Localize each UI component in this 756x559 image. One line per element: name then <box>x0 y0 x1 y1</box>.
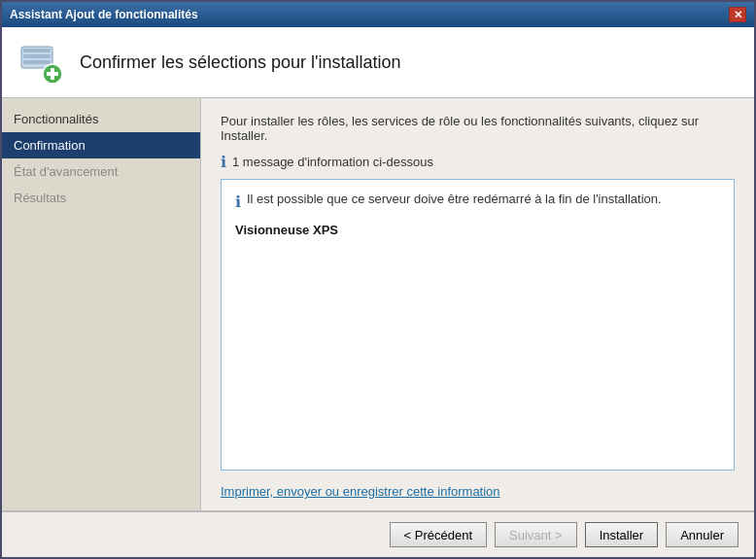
install-button[interactable]: Installer <box>585 522 659 547</box>
detail-box: ℹ Il est possible que ce serveur doive ê… <box>221 179 735 471</box>
svg-rect-6 <box>47 72 58 76</box>
footer-area: < Précédent Suivant > Installer Annuler <box>2 510 754 557</box>
main-window: Assistant Ajout de fonctionnalités ✕ Con… <box>0 0 756 559</box>
feature-name: Visionneuse XPS <box>235 223 720 237</box>
svg-rect-2 <box>23 54 51 58</box>
detail-warning: ℹ Il est possible que ce serveur doive ê… <box>235 192 720 211</box>
instruction-text: Pour installer les rôles, les services d… <box>221 114 735 143</box>
sidebar: Fonctionnalités Confirmation État d'avan… <box>2 98 201 510</box>
svg-rect-3 <box>23 60 51 64</box>
window-title: Assistant Ajout de fonctionnalités <box>10 8 198 21</box>
close-button[interactable]: ✕ <box>729 7 746 22</box>
print-link[interactable]: Imprimer, envoyer ou enregistrer cette i… <box>221 484 735 499</box>
warning-icon: ℹ <box>235 192 241 211</box>
prev-button[interactable]: < Précédent <box>390 522 487 547</box>
info-banner: ℹ 1 message d'information ci-dessous <box>221 153 735 171</box>
sidebar-item-etat: État d'avancement <box>2 158 200 185</box>
cancel-button[interactable]: Annuler <box>666 522 739 547</box>
info-count: 1 message d'information ci-dessous <box>232 155 433 169</box>
title-bar: Assistant Ajout de fonctionnalités ✕ <box>2 2 754 27</box>
server-icon <box>17 39 64 86</box>
main-content: Fonctionnalités Confirmation État d'avan… <box>2 98 754 510</box>
info-icon: ℹ <box>221 153 226 171</box>
sidebar-item-fonctionnalites[interactable]: Fonctionnalités <box>2 106 200 132</box>
svg-rect-1 <box>23 49 51 52</box>
sidebar-item-confirmation[interactable]: Confirmation <box>2 132 200 158</box>
next-button[interactable]: Suivant > <box>495 522 577 547</box>
content-area: Pour installer les rôles, les services d… <box>201 98 754 510</box>
sidebar-item-resultats: Résultats <box>2 185 200 211</box>
page-title: Confirmer les sélections pour l'installa… <box>80 52 401 73</box>
header-area: Confirmer les sélections pour l'installa… <box>2 27 754 98</box>
